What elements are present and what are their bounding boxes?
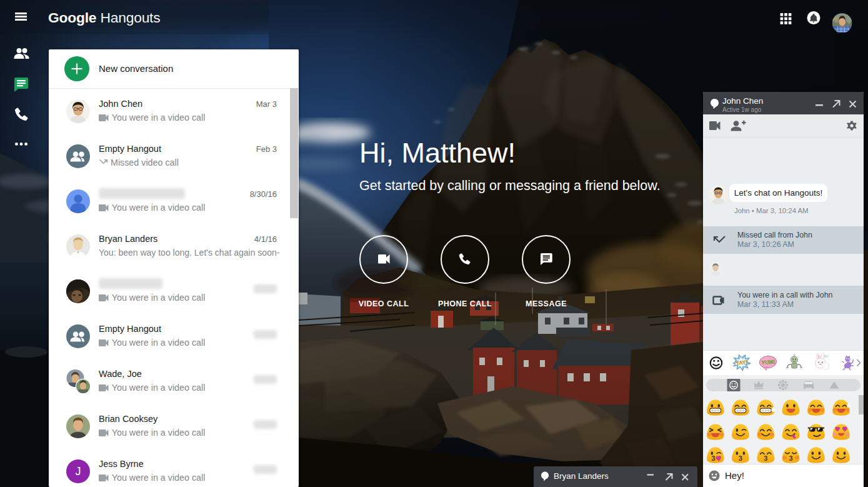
svg-text:3: 3: [711, 454, 715, 462]
svg-text:3: 3: [764, 454, 767, 462]
svg-text:3: 3: [739, 454, 742, 462]
svg-text:YAY!: YAY!: [736, 359, 748, 366]
svg-text:3: 3: [789, 454, 792, 462]
svg-text:YAY: YAY: [823, 354, 829, 358]
svg-text:YUM!: YUM!: [761, 358, 776, 366]
